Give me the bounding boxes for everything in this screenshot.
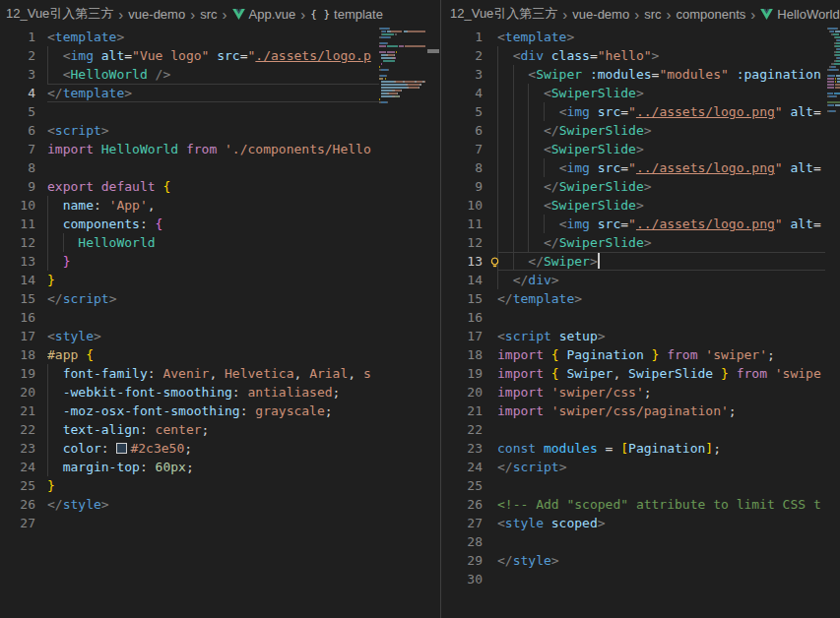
code-line[interactable]: 4</template> (0, 84, 440, 102)
code-line[interactable]: 23const modules = [Pagination]; (441, 439, 840, 458)
line-number[interactable]: 1 (441, 28, 497, 46)
line-number[interactable]: 16 (441, 308, 497, 327)
code-line[interactable]: 30 (441, 570, 840, 588)
code-line[interactable]: 5 <img src="../assets/logo.png" alt= (441, 102, 840, 121)
line-number[interactable]: 26 (0, 495, 47, 514)
line-number[interactable]: 26 (441, 495, 497, 514)
line-number[interactable]: 27 (441, 514, 497, 532)
line-number[interactable]: 12 (0, 233, 47, 252)
code-line[interactable]: 20 -webkit-font-smoothing: antialiased; (0, 383, 440, 402)
line-number[interactable]: 10 (0, 196, 47, 215)
code-line[interactable]: 6<script> (0, 121, 440, 140)
code-line[interactable]: 19 font-family: Avenir, Helvetica, Arial… (0, 364, 440, 383)
code-line[interactable]: 25 (441, 476, 840, 495)
code-line[interactable]: 7import HelloWorld from './components/He… (0, 140, 440, 158)
code-line[interactable]: 21 -moz-osx-font-smoothing: grayscale; (0, 402, 440, 420)
line-number[interactable]: 4 (0, 84, 47, 102)
code-line[interactable]: 15</template> (441, 289, 840, 308)
code-line[interactable]: 13 } (0, 252, 440, 271)
line-number[interactable]: 4 (441, 84, 497, 102)
line-number[interactable]: 24 (441, 458, 497, 476)
code-line[interactable]: 22 (441, 420, 840, 439)
line-number[interactable]: 22 (441, 420, 497, 439)
code-line[interactable]: 19import { Swiper, SwiperSlide } from 's… (441, 364, 840, 383)
line-number[interactable]: 18 (0, 345, 47, 364)
line-number[interactable]: 1 (0, 28, 47, 46)
breadcrumb-item[interactable]: src (200, 7, 217, 22)
code-line[interactable]: 24 margin-top: 60px; (0, 458, 440, 476)
code-line[interactable]: 9export default { (0, 177, 440, 196)
code-line[interactable]: 7 <SwiperSlide> (441, 140, 840, 158)
breadcrumb-item[interactable]: HelloWorld.vue (760, 7, 840, 22)
code-editor[interactable]: 1<template>2 <img alt="Vue logo" src="./… (0, 28, 440, 618)
code-line[interactable]: 4 <SwiperSlide> (441, 84, 840, 102)
code-line[interactable]: 2 <div class="hello"> (441, 46, 840, 65)
line-number[interactable]: 2 (0, 46, 47, 65)
line-number[interactable]: 30 (441, 570, 497, 588)
breadcrumb-item[interactable]: vue-demo (572, 7, 629, 22)
code-line[interactable]: 26</style> (0, 495, 440, 514)
code-line[interactable]: 20import 'swiper/css'; (441, 383, 840, 402)
line-number[interactable]: 16 (0, 308, 47, 327)
line-number[interactable]: 22 (0, 420, 47, 439)
code-line[interactable]: 8 <img src="../assets/logo.png" alt= (441, 158, 840, 177)
line-number[interactable]: 23 (0, 439, 47, 458)
code-line[interactable]: 11 components: { (0, 215, 440, 233)
breadcrumb-item[interactable]: vue-demo (128, 7, 185, 22)
code-line[interactable]: 22 text-align: center; (0, 420, 440, 439)
code-line[interactable]: 12 </SwiperSlide> (441, 233, 840, 252)
code-line[interactable]: 17<script setup> (441, 327, 840, 345)
code-line[interactable]: 10 <SwiperSlide> (441, 196, 840, 215)
code-line[interactable]: 27 (0, 514, 440, 532)
line-number[interactable]: 9 (441, 177, 497, 196)
line-number[interactable]: 20 (441, 383, 497, 402)
code-line[interactable]: 12 HelloWorld (0, 233, 440, 252)
code-line[interactable]: 16 (0, 308, 440, 327)
line-number[interactable]: 3 (441, 65, 497, 84)
breadcrumb-item[interactable]: App.vue (232, 7, 296, 22)
code-line[interactable]: 15</script> (0, 289, 440, 308)
code-line[interactable]: 5 (0, 102, 440, 121)
code-line[interactable]: 17<style> (0, 327, 440, 345)
line-number[interactable]: 6 (441, 121, 497, 140)
line-number[interactable]: 19 (441, 364, 497, 383)
code-line[interactable]: 9 </SwiperSlide> (441, 177, 840, 196)
code-line[interactable]: 25} (0, 476, 440, 495)
line-number[interactable]: 6 (0, 121, 47, 140)
code-line[interactable]: 6 </SwiperSlide> (441, 121, 840, 140)
line-number[interactable]: 14 (0, 271, 47, 289)
code-line[interactable]: 13 </Swiper> (441, 252, 840, 271)
line-number[interactable]: 23 (441, 439, 497, 458)
line-number[interactable]: 7 (0, 140, 47, 158)
css-color-swatch[interactable] (116, 443, 127, 454)
code-line[interactable]: 21import 'swiper/css/pagination'; (441, 402, 840, 420)
line-number[interactable]: 24 (0, 458, 47, 476)
line-number[interactable]: 25 (441, 476, 497, 495)
line-number[interactable]: 29 (441, 551, 497, 570)
line-number[interactable]: 17 (0, 327, 47, 345)
line-number[interactable]: 2 (441, 46, 497, 65)
code-line[interactable]: 11 <img src="../assets/logo.png" alt= (441, 215, 840, 233)
code-line[interactable]: 27<style scoped> (441, 514, 840, 532)
line-number[interactable]: 8 (441, 158, 497, 177)
minimap[interactable] (827, 28, 840, 116)
code-line[interactable]: 10 name: 'App', (0, 196, 440, 215)
line-number[interactable]: 21 (0, 402, 47, 420)
code-line[interactable]: 3 <HelloWorld /> (0, 65, 440, 84)
code-line[interactable]: 1<template> (441, 28, 840, 46)
code-line[interactable]: 28 (441, 532, 840, 551)
line-number[interactable]: 14 (441, 271, 497, 289)
line-number[interactable]: 25 (0, 476, 47, 495)
code-line[interactable]: 26<!-- Add "scoped" attribute to limit C… (441, 495, 840, 514)
breadcrumb-item[interactable]: 12_Vue引入第三方 (450, 5, 557, 23)
line-number[interactable]: 11 (441, 215, 497, 233)
line-number[interactable]: 9 (0, 177, 47, 196)
line-number[interactable]: 21 (441, 402, 497, 420)
line-number[interactable]: 28 (441, 532, 497, 551)
code-editor[interactable]: 1<template>2 <div class="hello">3 <Swipe… (441, 28, 840, 618)
breadcrumb-item[interactable]: components (677, 7, 746, 22)
code-line[interactable]: 2 <img alt="Vue logo" src="./assets/logo… (0, 46, 440, 65)
line-number[interactable]: 27 (0, 514, 47, 532)
line-number[interactable]: 20 (0, 383, 47, 402)
breadcrumb-item[interactable]: 12_Vue引入第三方 (6, 5, 113, 23)
